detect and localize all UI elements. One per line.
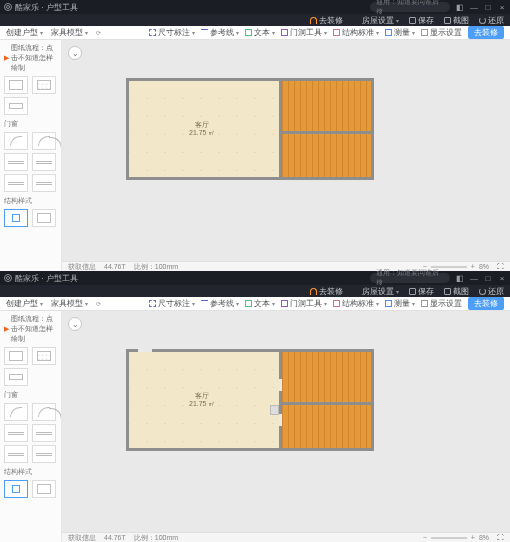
global-search[interactable]: 通用：知道要问谁后搜 bbox=[370, 2, 450, 12]
thumb-struct-1[interactable] bbox=[4, 209, 28, 227]
thumb-struct-2[interactable] bbox=[32, 480, 56, 498]
thumb-window-1[interactable] bbox=[4, 424, 28, 442]
guideline-icon bbox=[201, 300, 208, 307]
tool-structure[interactable]: 结构标准▾ bbox=[333, 298, 379, 309]
window-close-icon[interactable]: × bbox=[498, 3, 506, 11]
tool-display[interactable]: 显示设置 bbox=[421, 298, 462, 309]
menu-save[interactable]: 保存 bbox=[409, 15, 434, 26]
tool-dimension[interactable]: 尺寸标注▾ bbox=[149, 27, 195, 38]
status-info[interactable]: 获取信息 bbox=[68, 533, 96, 543]
view-toggle[interactable]: ⌄ bbox=[68, 317, 82, 331]
primary-decorate-button[interactable]: 去装修 bbox=[468, 26, 504, 39]
tool-door[interactable]: 门洞工具▾ bbox=[281, 298, 327, 309]
room-wood-top[interactable] bbox=[282, 81, 371, 131]
tool-display[interactable]: 显示设置 bbox=[421, 27, 462, 38]
floor-plan[interactable]: 客厅 21.75 ㎡ bbox=[126, 349, 374, 451]
measure-icon bbox=[385, 29, 392, 36]
view-toggle[interactable]: ⌄ bbox=[68, 46, 82, 60]
thumb-struct-2[interactable] bbox=[32, 209, 56, 227]
tool-structure[interactable]: 结构标准▾ bbox=[333, 27, 379, 38]
zoom-track[interactable] bbox=[431, 537, 467, 539]
thumb-room-alt[interactable] bbox=[4, 368, 28, 386]
room-wood-bottom[interactable] bbox=[282, 134, 371, 177]
controlbar-create-plan[interactable]: 创建户型▾ bbox=[6, 27, 43, 38]
thumb-window-1[interactable] bbox=[4, 153, 28, 171]
zoom-out-icon[interactable]: − bbox=[423, 534, 427, 541]
window-maximize-icon[interactable]: □ bbox=[484, 3, 492, 11]
app-section: 户型工具 bbox=[46, 2, 78, 13]
floor-plan[interactable]: 客厅 21.75 ㎡ bbox=[126, 78, 374, 180]
controlbar-furniture[interactable]: 家具模型▾ bbox=[51, 298, 88, 309]
thumb-room-pattern[interactable] bbox=[32, 347, 56, 365]
sidebar-header: ▶图纸流程：点击不知道怎样绘制 bbox=[4, 314, 57, 344]
window-extra-icon[interactable]: ◧ bbox=[456, 3, 464, 11]
status-info[interactable]: 获取信息 bbox=[68, 262, 96, 272]
menu-screenshot[interactable]: 截图 bbox=[444, 286, 469, 297]
display-icon bbox=[421, 29, 428, 36]
tool-guideline[interactable]: 参考线▾ bbox=[201, 27, 239, 38]
menu-screenshot[interactable]: 截图 bbox=[444, 15, 469, 26]
interior-column[interactable] bbox=[270, 405, 279, 415]
tool-dimension[interactable]: 尺寸标注▾ bbox=[149, 298, 195, 309]
room-area: 21.75 ㎡ bbox=[189, 129, 215, 137]
scale-label: 比例： bbox=[134, 263, 155, 270]
tool-door[interactable]: 门洞工具▾ bbox=[281, 27, 327, 38]
thumb-window-3[interactable] bbox=[4, 445, 28, 463]
dimension-icon bbox=[149, 29, 156, 36]
thumb-room-pattern[interactable] bbox=[32, 76, 56, 94]
canvas[interactable]: ⌄ 客厅 21.75 ㎡ bbox=[62, 311, 510, 532]
global-search[interactable]: 通用：知道要问谁后搜 bbox=[370, 273, 450, 283]
thumb-room-alt[interactable] bbox=[4, 97, 28, 115]
thumb-door-double[interactable] bbox=[32, 403, 56, 421]
thumb-door-single[interactable] bbox=[4, 132, 28, 150]
menubar: 去装修 房屋设置▾ 保存 截图 还原 bbox=[0, 285, 510, 297]
menu-restore[interactable]: 还原 bbox=[479, 286, 504, 297]
thumb-door-double[interactable] bbox=[32, 132, 56, 150]
thumb-window-3[interactable] bbox=[4, 174, 28, 192]
window-maximize-icon[interactable]: □ bbox=[484, 274, 492, 282]
menu-save[interactable]: 保存 bbox=[409, 286, 434, 297]
play-icon: ▶ bbox=[4, 54, 9, 62]
thumb-window-2[interactable] bbox=[32, 424, 56, 442]
controlbar-refresh[interactable]: ⟳ bbox=[96, 300, 101, 307]
thumb-window-4[interactable] bbox=[32, 445, 56, 463]
zoom-in-icon[interactable]: + bbox=[471, 534, 475, 541]
room-wood-top[interactable] bbox=[282, 352, 371, 402]
menu-room-settings[interactable]: 房屋设置▾ bbox=[353, 15, 399, 26]
controlbar-refresh[interactable]: ⟳ bbox=[96, 29, 101, 36]
thumb-room-plain[interactable] bbox=[4, 347, 28, 365]
thumb-room-plain[interactable] bbox=[4, 76, 28, 94]
app-section-sep: · bbox=[39, 274, 46, 283]
primary-decorate-button[interactable]: 去装修 bbox=[468, 297, 504, 310]
tool-measure[interactable]: 测量▾ bbox=[385, 298, 415, 309]
window-minimize-icon[interactable]: — bbox=[470, 3, 478, 11]
menu-restore[interactable]: 还原 bbox=[479, 15, 504, 26]
room-living[interactable]: 客厅 21.75 ㎡ bbox=[129, 81, 279, 177]
menu-room-settings[interactable]: 房屋设置▾ bbox=[353, 286, 399, 297]
tool-measure[interactable]: 测量▾ bbox=[385, 27, 415, 38]
window-minimize-icon[interactable]: — bbox=[470, 274, 478, 282]
controlbar-furniture[interactable]: 家具模型▾ bbox=[51, 27, 88, 38]
menu-decorate[interactable]: 去装修 bbox=[310, 286, 343, 297]
zoom-control[interactable]: − + 8% bbox=[423, 534, 489, 541]
canvas[interactable]: ⌄ 客厅 21.75 ㎡ bbox=[62, 40, 510, 261]
zoom-in-icon[interactable]: + bbox=[471, 263, 475, 270]
tool-text[interactable]: 文本▾ bbox=[245, 27, 275, 38]
room-wood-bottom[interactable] bbox=[282, 405, 371, 448]
window-extra-icon[interactable]: ◧ bbox=[456, 274, 464, 282]
fullscreen-icon[interactable]: ⛶ bbox=[497, 534, 504, 541]
tool-guideline[interactable]: 参考线▾ bbox=[201, 298, 239, 309]
tool-text[interactable]: 文本▾ bbox=[245, 298, 275, 309]
thumb-door-single[interactable] bbox=[4, 403, 28, 421]
logo-icon bbox=[4, 274, 12, 282]
thumb-window-2[interactable] bbox=[32, 153, 56, 171]
window-close-icon[interactable]: × bbox=[498, 274, 506, 282]
menubar: 去装修 房屋设置▾ 保存 截图 还原 bbox=[0, 14, 510, 26]
menu-decorate[interactable]: 去装修 bbox=[310, 15, 343, 26]
thumb-struct-1[interactable] bbox=[4, 480, 28, 498]
controlbar-create-plan[interactable]: 创建户型▾ bbox=[6, 298, 43, 309]
play-icon: ▶ bbox=[4, 325, 9, 333]
room-living[interactable]: 客厅 21.75 ㎡ bbox=[129, 352, 279, 448]
fullscreen-icon[interactable]: ⛶ bbox=[497, 263, 504, 270]
thumb-window-4[interactable] bbox=[32, 174, 56, 192]
